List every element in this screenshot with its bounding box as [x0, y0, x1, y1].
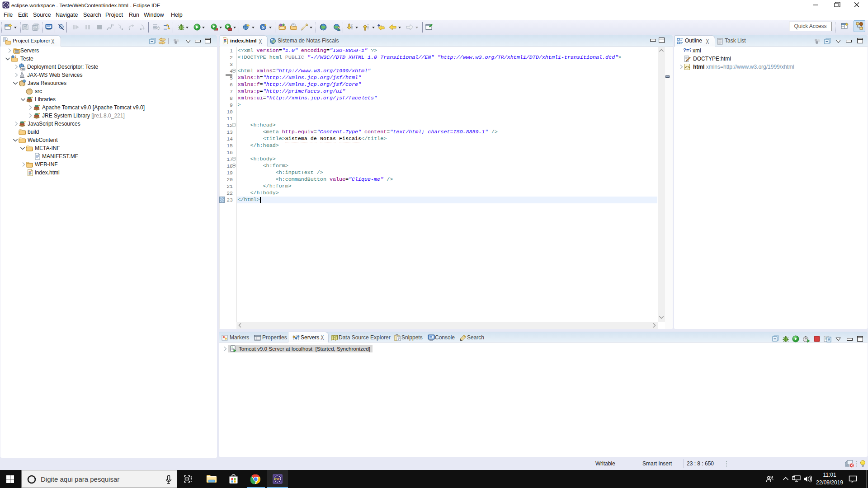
svg-text:IDE: IDE — [274, 478, 280, 481]
svg-text:4.0: 4.0 — [21, 67, 25, 70]
svg-text:J: J — [14, 55, 16, 58]
svg-text:<>: <> — [685, 65, 690, 70]
svg-text:?=?: ?=? — [683, 47, 691, 53]
